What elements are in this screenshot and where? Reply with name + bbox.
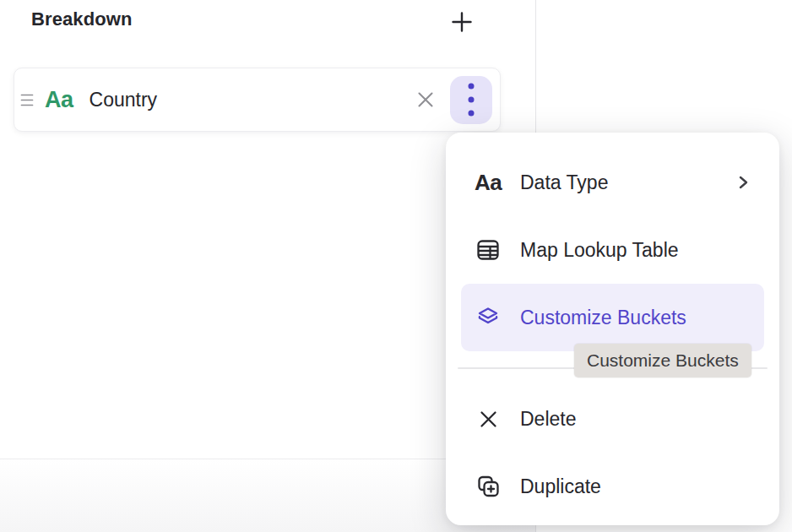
drag-handle-icon[interactable] xyxy=(20,93,34,107)
plus-icon xyxy=(449,9,475,35)
buckets-icon xyxy=(473,305,503,330)
tooltip-text: Customize Buckets xyxy=(587,350,739,371)
menu-item-duplicate[interactable]: Duplicate xyxy=(446,453,779,520)
menu-item-delete[interactable]: Delete xyxy=(446,385,779,453)
x-icon xyxy=(473,408,503,431)
field-label: Country xyxy=(90,89,158,111)
menu-item-label: Data Type xyxy=(520,171,608,194)
close-icon xyxy=(415,89,437,111)
kebab-icon xyxy=(466,81,476,118)
menu-item-customize-buckets[interactable]: Customize Buckets xyxy=(461,284,764,351)
field-options-menu: Aa Data Type Map Lookup Table Customize … xyxy=(446,133,779,525)
data-type-badge: Aa xyxy=(45,89,73,111)
data-type-icon: Aa xyxy=(473,171,503,193)
field-options-button[interactable] xyxy=(450,76,492,124)
menu-item-label: Duplicate xyxy=(520,475,601,498)
add-breakdown-button[interactable] xyxy=(446,6,478,38)
page-title: Breakdown xyxy=(31,8,132,30)
menu-item-label: Map Lookup Table xyxy=(520,239,679,262)
customize-buckets-tooltip: Customize Buckets xyxy=(574,344,751,377)
remove-field-button[interactable] xyxy=(411,85,440,114)
menu-item-map-lookup-table[interactable]: Map Lookup Table xyxy=(446,216,779,284)
breakdown-field-card[interactable]: Aa Country xyxy=(14,68,501,132)
menu-item-label: Customize Buckets xyxy=(520,307,686,329)
chevron-right-icon xyxy=(734,173,752,192)
panel-header: Breakdown xyxy=(0,0,535,44)
menu-item-label: Delete xyxy=(520,408,576,431)
table-icon xyxy=(473,237,503,263)
menu-item-data-type[interactable]: Aa Data Type xyxy=(446,149,779,216)
duplicate-icon xyxy=(473,474,503,499)
